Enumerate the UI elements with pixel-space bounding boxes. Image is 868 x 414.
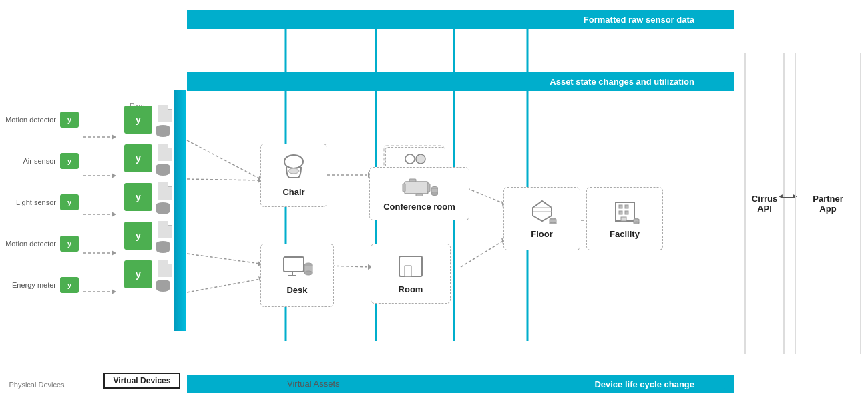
asset-box-chair: Chair — [260, 144, 327, 207]
svg-rect-52 — [399, 256, 422, 276]
band-formatted-raw: Formatted raw sensor data — [187, 10, 734, 29]
svg-line-24 — [467, 188, 504, 204]
conference-svg — [401, 176, 438, 196]
svg-line-18 — [187, 254, 260, 264]
room-svg — [397, 254, 425, 279]
vd-doc-1 — [158, 105, 172, 122]
chair-icon-wrap — [280, 154, 308, 182]
vd-db-4 — [156, 241, 170, 250]
band-asset-state-label: Asset state changes and utilization — [550, 77, 734, 87]
device-row-energy: Energy meter — [0, 266, 87, 304]
blue-vertical-bar — [174, 90, 186, 331]
virtual-devices-label: Virtual Devices — [103, 373, 180, 389]
svg-point-33 — [284, 155, 303, 168]
asset-box-conference: Conference room — [369, 167, 469, 220]
bi-directional-arrow — [781, 197, 795, 198]
diagram-container: Formatted raw sensor data Asset state ch… — [0, 0, 868, 414]
floor-icon-wrap — [527, 198, 557, 224]
vd-box-4 — [124, 222, 152, 250]
asset-box-desk: Desk — [260, 244, 334, 307]
band-device-lifecycle-label: Device life cycle change — [594, 379, 734, 389]
svg-rect-64 — [621, 217, 626, 221]
partner-app-label: Partner App — [813, 194, 843, 214]
physical-devices-col: Motion detector Air sensor Light sensor … — [0, 100, 87, 304]
svg-point-41 — [304, 271, 312, 275]
band-formatted-raw-label: Formatted raw sensor data — [584, 15, 734, 25]
room-label: Room — [399, 284, 423, 294]
svg-rect-36 — [284, 257, 304, 272]
floor-label: Floor — [531, 229, 553, 239]
svg-line-14 — [187, 140, 260, 179]
svg-rect-60 — [619, 205, 622, 208]
physical-devices-label: Physical Devices — [7, 381, 67, 389]
svg-rect-46 — [427, 184, 430, 192]
svg-point-51 — [431, 192, 438, 195]
facility-icon-wrap — [610, 198, 640, 224]
vd-box-3 — [124, 183, 152, 211]
svg-rect-61 — [625, 205, 628, 208]
device-row-air: Air sensor — [0, 142, 87, 180]
band-device-lifecycle: Device life cycle change — [187, 375, 734, 393]
device-icon-motion2 — [60, 236, 79, 252]
chair-label: Chair — [282, 187, 304, 197]
device-label-motion1: Motion detector — [0, 116, 60, 124]
asset-box-floor: Floor — [503, 187, 580, 250]
vd-db-3 — [156, 202, 170, 212]
svg-point-43 — [416, 154, 425, 164]
vd-db-5 — [156, 280, 170, 289]
device-row-motion2: Motion detector — [0, 224, 87, 263]
svg-rect-44 — [405, 182, 428, 194]
vd-doc-2 — [158, 144, 172, 161]
svg-rect-47 — [409, 179, 416, 182]
device-icon-light — [60, 194, 79, 210]
device-icon-air — [60, 153, 79, 169]
band-asset-state: Asset state changes and utilization — [187, 72, 734, 91]
device-label-air: Air sensor — [0, 157, 60, 165]
room-icon-wrap — [397, 254, 425, 279]
virtual-assets-label: Virtual Assets — [287, 379, 340, 389]
svg-rect-53 — [405, 266, 411, 276]
asset-box-room: Room — [371, 244, 451, 304]
partner-app-col: Partner App — [795, 53, 861, 354]
svg-point-67 — [634, 222, 639, 224]
svg-line-20 — [187, 279, 260, 292]
vd-box-2 — [124, 144, 152, 172]
facility-svg — [610, 198, 640, 224]
cirrus-api-col: Cirrus API — [744, 53, 785, 354]
occupied-icon — [403, 152, 427, 166]
vd-doc-5 — [158, 260, 172, 277]
desk-svg — [280, 256, 314, 280]
vd-doc-3 — [158, 182, 172, 200]
device-label-energy: Energy meter — [0, 281, 60, 289]
vd-box-5 — [124, 260, 152, 288]
device-row-motion1: Motion detector — [0, 100, 87, 139]
svg-point-42 — [405, 154, 415, 164]
device-label-motion2: Motion detector — [0, 240, 60, 248]
asset-box-facility: Facility — [586, 187, 663, 250]
facility-label: Facility — [610, 229, 640, 239]
svg-point-35 — [288, 168, 299, 174]
vd-box-1 — [124, 106, 152, 134]
device-icon-motion1 — [60, 112, 79, 128]
svg-rect-62 — [619, 211, 622, 214]
desk-icon-wrap — [280, 256, 314, 280]
conference-label: Conference room — [383, 202, 455, 212]
desk-label: Desk — [286, 285, 307, 295]
svg-point-58 — [550, 222, 556, 224]
device-icon-energy — [60, 277, 79, 293]
chair-svg — [280, 154, 308, 182]
device-row-light: Light sensor — [0, 183, 87, 222]
conference-icon-wrap — [401, 176, 438, 196]
vd-doc-4 — [158, 221, 172, 238]
svg-rect-63 — [625, 211, 628, 214]
svg-line-26 — [461, 240, 504, 267]
vd-db-1 — [156, 125, 170, 134]
svg-rect-45 — [403, 184, 405, 192]
floor-svg — [527, 198, 557, 224]
vd-db-2 — [156, 164, 170, 173]
svg-rect-48 — [416, 194, 423, 196]
device-label-light: Light sensor — [0, 198, 60, 206]
svg-line-16 — [187, 179, 260, 180]
